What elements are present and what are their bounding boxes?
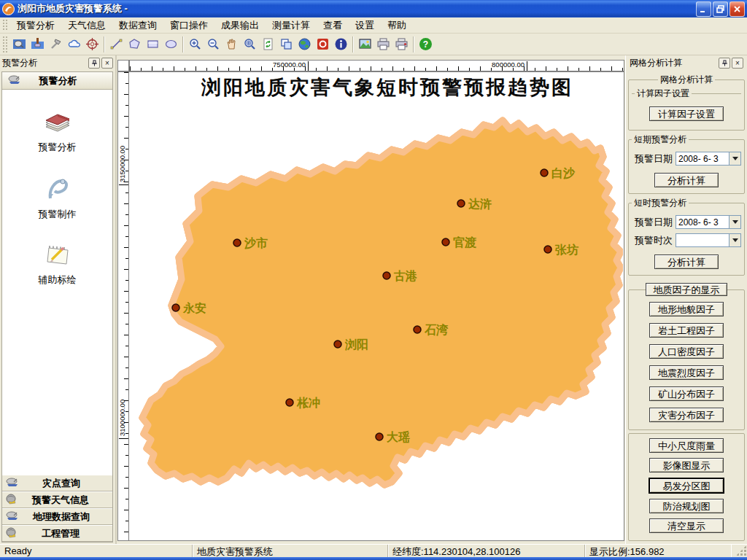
warning-time-label: 预警时次 [635,234,673,247]
restore-button[interactable] [713,1,728,17]
draw-ellipse-icon[interactable] [162,35,180,54]
toolbar-grip[interactable] [2,36,8,52]
pin-icon[interactable] [88,58,100,69]
chevron-down-icon[interactable] [729,215,741,229]
prevention-plan-button[interactable]: 防治规划图 [649,499,724,513]
info-icon[interactable] [332,35,350,54]
grid-analysis-group: 网格分析计算 计算因子设置 计算因子设置 [628,74,745,131]
map-panel: 750000.00 800000.00 3150000.00 3100000.0… [117,55,625,544]
nav-disaster-point-query[interactable]: 灾点查询 [2,475,112,491]
geo-factors-group: 地质因子的显示 地形地貌因子 岩土工程因子 人口密度因子 地震烈度因子 矿山分布… [628,283,745,430]
image-view-icon[interactable] [356,35,374,54]
susceptibility-zoning-button[interactable]: 易发分区图 [649,478,724,494]
notepad-pencil-icon [2,241,112,271]
svg-text:大瑶: 大瑶 [387,430,410,443]
mine-factor-button[interactable]: 矿山分布因子 [649,386,724,401]
close-button[interactable] [729,1,745,17]
refresh-view-icon[interactable] [259,35,277,54]
menu-data-query[interactable]: 数据查询 [112,18,163,34]
nav-project-management[interactable]: 工程管理 [2,525,112,542]
layer-buttons-group: 中小尺度雨量 影像图显示 易发分区图 防治规划图 清空显示 [628,433,745,541]
rainfall-scale-button[interactable]: 中小尺度雨量 [649,438,724,453]
copy-layers-icon[interactable] [277,35,295,54]
menu-warning-analysis[interactable]: 预警分析 [10,18,61,34]
warning-date-label: 预警日期 [635,152,673,166]
section-header-warning-analysis[interactable]: 预警分析 [2,72,112,90]
menu-view[interactable]: 查看 [317,18,349,34]
menu-measure-calc[interactable]: 测量计算 [266,18,317,34]
tool-warning-analysis[interactable]: 预警分析 [2,109,112,154]
svg-text:官渡: 官渡 [453,236,477,249]
seismic-factor-button[interactable]: 地震烈度因子 [649,365,724,380]
nowcast-date-combobox[interactable]: 2008- 6- 3 [676,215,741,229]
draw-line-icon[interactable] [107,35,125,54]
gps-target-icon[interactable] [83,35,101,54]
geo-factors-display-button[interactable]: 地质因子的显示 [646,283,727,296]
chevron-down-icon[interactable] [729,233,741,247]
disaster-factor-button[interactable]: 灾害分布因子 [649,408,724,422]
pin-icon[interactable] [719,58,730,69]
ruler-label-x2: 800000.00 [492,61,525,69]
zoom-out-icon[interactable] [204,35,222,54]
toolbar: ? [0,34,747,55]
nav-warning-weather-info[interactable]: 预警天气信息 [2,491,112,508]
nav-geodata-query[interactable]: 地理数据查询 [2,508,112,525]
warning-date-combobox[interactable]: 2008- 6- 3 [676,152,741,166]
status-scale: 显示比例:156.982 [585,545,731,557]
tool-warning-production[interactable]: 预警制作 [2,174,112,221]
zoom-in-icon[interactable] [186,35,204,54]
nowcast-calc-button[interactable]: 分析计算 [654,254,719,269]
help-icon[interactable]: ? [417,35,435,54]
map-paint-icon[interactable] [28,35,47,54]
nowcast-time-value [676,233,729,247]
print-setup-icon[interactable] [392,35,411,54]
nowcast-time-combobox[interactable] [676,233,741,247]
title-bar: 浏阳市地质灾害预警系统 - [0,0,747,18]
stop-record-icon[interactable] [314,35,332,54]
globe-tool-icon [6,527,18,540]
population-factor-button[interactable]: 人口密度因子 [649,344,724,359]
marker-pen-icon [2,174,112,205]
zoom-extent-icon[interactable] [241,35,259,54]
geotech-factor-button[interactable]: 岩土工程因子 [649,323,724,338]
print-icon[interactable] [374,35,392,54]
resize-grip[interactable] [735,545,747,556]
chevron-down-icon[interactable] [729,152,741,166]
terrain-factor-button[interactable]: 地形地貌因子 [649,302,724,316]
menu-settings[interactable]: 设置 [349,18,381,34]
rock-hammer-icon[interactable] [47,35,65,54]
tool-label: 预警分析 [39,141,77,152]
map-drawing: 白沙 达浒 官渡 张坊 沙市 古港 永安 石湾 浏阳 枨冲 大瑶 浏阳地质灾害气… [142,76,621,485]
menu-weather-info[interactable]: 天气信息 [61,18,112,34]
menu-result-output[interactable]: 成果输出 [214,18,266,34]
short-term-calc-button[interactable]: 分析计算 [654,173,719,187]
close-icon[interactable]: × [732,58,743,69]
image-map-button[interactable]: 影像图显示 [649,458,724,472]
map-canvas[interactable]: 白沙 达浒 官渡 张坊 沙市 古港 永安 石湾 浏阳 枨冲 大瑶 浏阳地质灾害气… [129,71,624,541]
globe-icon[interactable] [295,35,314,54]
factor-setup-group: 计算因子设置 计算因子设置 [632,88,741,124]
svg-text:石湾: 石湾 [424,323,449,336]
map-title: 浏阳地质灾害气象短时预警预报趋势图 [201,76,573,98]
menu-window-ops[interactable]: 窗口操作 [163,18,214,34]
clear-display-button[interactable]: 清空显示 [649,518,724,533]
draw-rectangle-icon[interactable] [144,35,162,54]
draw-polygon-icon[interactable] [125,35,144,54]
satellite-dish-icon[interactable] [10,35,28,54]
book-icon [2,109,112,138]
tool-auxiliary-plot[interactable]: 辅助标绘 [2,241,112,287]
factor-setup-button[interactable]: 计算因子设置 [649,106,724,121]
pan-hand-icon[interactable] [222,35,241,54]
menu-help[interactable]: 帮助 [381,18,413,34]
close-icon[interactable]: × [101,58,113,69]
svg-text:沙市: 沙市 [244,236,268,249]
geo-factors-legend: 地质因子的显示 [646,283,727,296]
svg-text:?: ? [423,39,428,50]
menu-grip[interactable] [2,19,8,31]
warning-analysis-panel: 预警分析 × 预警分析 预警分析 预警制作 辅助标绘 灾点查 [0,55,117,544]
toolbar-separator [413,36,414,52]
minimize-button[interactable] [696,1,711,17]
nav-label: 工程管理 [18,527,104,540]
right-panel-title: 网格分析计算 [630,57,717,69]
cloud-icon[interactable] [65,35,83,54]
